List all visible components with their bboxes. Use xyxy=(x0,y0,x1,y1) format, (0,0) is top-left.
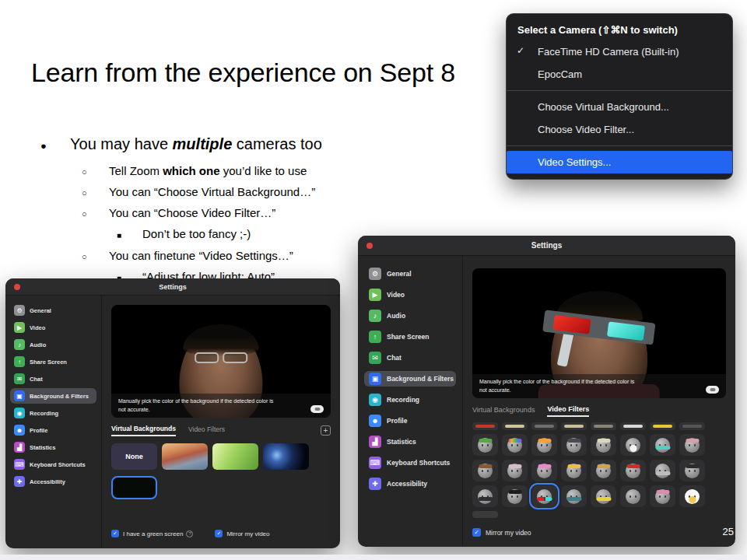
sidebar-item[interactable]: ⌨ Keyboard Shortcuts xyxy=(364,455,456,471)
filter-tile-partial[interactable] xyxy=(472,422,498,430)
menu-item-epoccam[interactable]: EpocCam xyxy=(507,63,732,86)
help-icon[interactable]: ? xyxy=(186,530,193,537)
filter-tile[interactable] xyxy=(502,434,528,456)
tan-hat-filter xyxy=(564,425,584,428)
filter-tile[interactable] xyxy=(531,434,557,456)
close-button[interactable] xyxy=(14,284,20,290)
sidebar-item[interactable]: ▣ Background & Filters xyxy=(10,388,96,404)
tab-virtual-backgrounds[interactable]: Virtual Backgrounds xyxy=(111,425,176,436)
add-background-button[interactable]: + xyxy=(321,425,331,436)
sidebar-item[interactable]: ⚙ General xyxy=(10,303,96,318)
filter-tile[interactable] xyxy=(561,460,587,481)
sidebar-item[interactable]: ⚙ General xyxy=(364,266,456,282)
sidebar-item[interactable]: ↑ Share Screen xyxy=(10,354,96,369)
sidebar-item[interactable]: ▣ Background & Filters xyxy=(364,371,456,387)
filter-tile-partial[interactable] xyxy=(650,422,675,430)
filter-tile[interactable] xyxy=(561,485,587,507)
settings-sidebar: ⚙ General ▶ Video ♪ Audio ↑ xyxy=(5,296,102,548)
sidebar-item[interactable]: ◉ Recording xyxy=(364,392,456,408)
filter-tile[interactable] xyxy=(561,434,587,456)
background-thumbnail[interactable] xyxy=(212,443,258,470)
sidebar-item[interactable]: ✚ Accessibility xyxy=(364,476,456,492)
mustache-filter xyxy=(655,464,670,478)
window-title: Settings xyxy=(531,241,562,250)
page-title: Learn from the experience on Sept 8 xyxy=(31,58,455,88)
sidebar-item[interactable]: ▶ Video xyxy=(364,287,456,303)
bullet-item: ○ Tell Zoom which one you’d like to use xyxy=(31,161,322,182)
filter-tile[interactable] xyxy=(591,460,616,481)
filter-tile-partial[interactable] xyxy=(561,422,587,430)
sidebar-item[interactable]: ◉ Recording xyxy=(10,405,96,421)
menu-item-facetime-camera[interactable]: ✓ FaceTime HD Camera (Built-in) xyxy=(507,40,732,63)
statistics-icon: ▟ xyxy=(369,436,381,448)
filter-tile-partial[interactable] xyxy=(591,422,616,430)
filter-tile[interactable] xyxy=(679,460,705,481)
background-thumbnail[interactable] xyxy=(263,443,309,470)
bullet-text: You can “Choose Video Filter…” xyxy=(109,203,275,223)
filter-tile[interactable] xyxy=(591,485,616,507)
menu-separator xyxy=(507,145,732,146)
light-hat-filter xyxy=(623,425,643,428)
sidebar-item[interactable]: ♪ Audio xyxy=(10,337,96,352)
sidebar-item[interactable]: ✚ Accessibility xyxy=(10,474,96,489)
filter-tile-partial[interactable] xyxy=(679,422,705,430)
sidebar-item-label: Accessibility xyxy=(30,478,65,485)
tab-virtual-backgrounds[interactable]: Virtual Backgrounds xyxy=(472,406,535,416)
color-picker-toggle[interactable] xyxy=(310,405,324,413)
filter-tile[interactable] xyxy=(620,485,646,507)
close-button[interactable] xyxy=(366,243,373,249)
mirror-video-label: Mirror my video xyxy=(486,529,531,537)
red-beret-filter xyxy=(626,464,640,478)
sidebar-item[interactable]: ⌨ Keyboard Shortcuts xyxy=(10,457,96,472)
green-screen-checkbox[interactable]: ✓ xyxy=(111,530,119,537)
preview-caption: Manually pick the color of the backgroun… xyxy=(111,394,331,418)
accessibility-icon: ✚ xyxy=(14,476,25,487)
sidebar-item[interactable]: ▟ Statistics xyxy=(364,434,456,450)
filter-tile[interactable] xyxy=(650,434,675,456)
filter-tile-partial[interactable] xyxy=(531,422,557,430)
filter-tile[interactable] xyxy=(620,460,646,481)
menu-item-choose-video-filter[interactable]: Choose Video Filter... xyxy=(507,118,732,141)
filter-tile[interactable] xyxy=(502,485,528,507)
sidebar-item[interactable]: ☻ Profile xyxy=(10,422,96,438)
filter-tile[interactable] xyxy=(472,485,498,507)
filter-tile[interactable] xyxy=(650,460,675,481)
background-thumbnail[interactable] xyxy=(162,443,208,470)
fedora-filter xyxy=(507,489,522,504)
sidebar-item[interactable]: ♪ Audio xyxy=(364,308,456,324)
sidebar-item[interactable]: ↑ Share Screen xyxy=(364,329,456,345)
tab-video-filters[interactable]: Video Filters xyxy=(188,425,225,436)
filter-tile[interactable] xyxy=(531,485,557,507)
circle-bullet-icon: ○ xyxy=(82,247,97,267)
tab-video-filters[interactable]: Video Filters xyxy=(547,405,589,417)
menu-item-choose-virtual-background[interactable]: Choose Virtual Background... xyxy=(507,96,732,118)
sidebar-item[interactable]: ▟ Statistics xyxy=(10,439,96,455)
mirror-video-checkbox[interactable]: ✓ xyxy=(472,528,481,537)
mirror-video-checkbox[interactable]: ✓ xyxy=(215,530,223,537)
eyepatch-filter xyxy=(478,489,493,504)
daisy-flower-filter xyxy=(685,489,700,504)
filter-tile[interactable] xyxy=(679,434,705,456)
sidebar-item[interactable]: ☻ Profile xyxy=(364,413,456,429)
color-picker-toggle[interactable] xyxy=(706,386,719,394)
gray-hat-filter xyxy=(535,425,554,428)
filter-tile[interactable] xyxy=(650,485,675,507)
sidebar-item[interactable]: ▶ Video xyxy=(10,320,96,335)
leaf-hair-filter xyxy=(478,438,493,453)
filter-tile[interactable] xyxy=(591,434,616,456)
settings-content: Manually pick the color of the backgroun… xyxy=(463,256,735,546)
filter-tile[interactable] xyxy=(472,460,498,481)
sidebar-item[interactable]: ✉ Chat xyxy=(10,371,96,387)
filter-tile[interactable] xyxy=(531,460,557,481)
custom-background-thumbnail-selected[interactable] xyxy=(111,476,157,499)
menu-item-video-settings[interactable]: Video Settings... xyxy=(507,151,732,173)
sidebar-item[interactable]: ✉ Chat xyxy=(364,350,456,366)
filter-tile-partial[interactable] xyxy=(620,422,646,430)
filter-tile[interactable] xyxy=(620,434,646,456)
filter-tile[interactable] xyxy=(472,434,498,456)
background-none-thumbnail[interactable]: None xyxy=(111,443,157,470)
filter-tile-partial[interactable] xyxy=(502,422,528,430)
filter-tile-partial[interactable] xyxy=(472,511,498,518)
filter-tile[interactable] xyxy=(679,485,705,507)
filter-tile[interactable] xyxy=(502,460,528,481)
